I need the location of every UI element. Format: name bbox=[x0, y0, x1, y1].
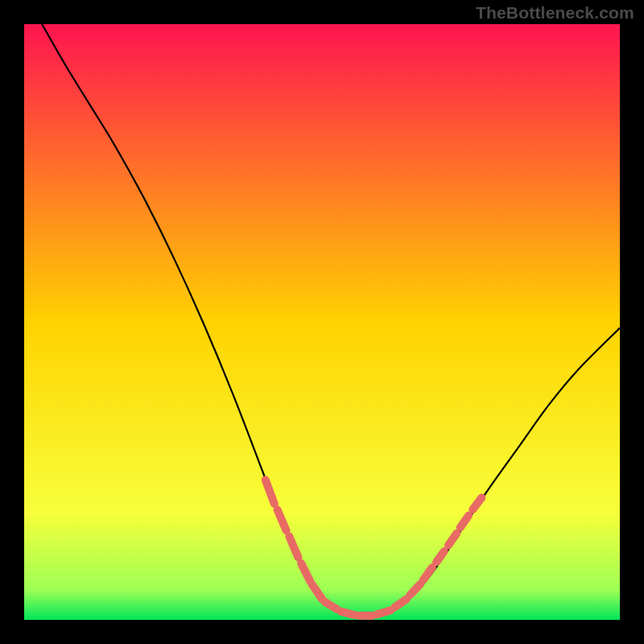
chart-frame: TheBottleneck.com bbox=[0, 0, 644, 644]
plot-background bbox=[24, 24, 620, 620]
highlight-dash bbox=[377, 610, 390, 614]
highlight-dash bbox=[341, 612, 355, 615]
watermark-text: TheBottleneck.com bbox=[476, 3, 634, 23]
chart-svg bbox=[0, 0, 644, 644]
